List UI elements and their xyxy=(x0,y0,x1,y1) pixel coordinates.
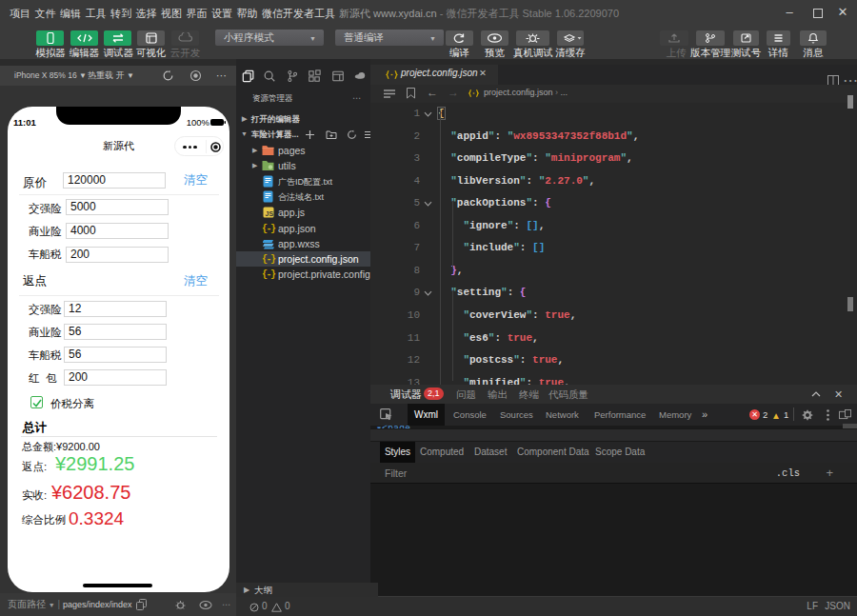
svg-text:JS: JS xyxy=(266,210,274,217)
